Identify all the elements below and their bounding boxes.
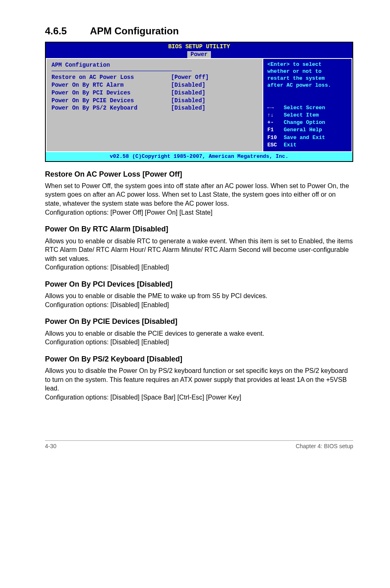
bios-nav-row: ←→Select Screen: [267, 104, 347, 112]
subsection-heading: Power On By PS/2 Keyboard [Disabled]: [45, 354, 353, 364]
bios-row-value: [Disabled]: [171, 81, 258, 89]
bios-header: BIOS SETUP UTILITY Power: [46, 43, 352, 58]
nav-key: ↑↓: [267, 112, 284, 119]
page-footer: 4-30 Chapter 4: BIOS setup: [45, 440, 353, 450]
page-number: 4-30: [45, 442, 56, 450]
subsection-body: Allows you to disable the Power On by PS…: [45, 366, 353, 402]
bios-row-value: [Disabled]: [171, 104, 258, 112]
bios-row-label: Power On By PS/2 Keyboard: [52, 104, 171, 112]
section-number: 4.6.5: [45, 25, 90, 38]
section-name: APM Configuration: [90, 25, 179, 36]
bios-row: Power On By RTC Alarm[Disabled]: [52, 81, 258, 89]
nav-desc: Select Screen: [284, 104, 347, 112]
bios-row-label: Restore on AC Power Loss: [52, 74, 171, 81]
bios-row-label: Power On By RTC Alarm: [52, 81, 171, 89]
nav-key: ESC: [267, 141, 284, 149]
bios-row-label: Power On By PCI Devices: [52, 89, 171, 97]
nav-key: F10: [267, 134, 284, 141]
nav-desc: Select Item: [284, 112, 347, 119]
bios-row-value: [Disabled]: [171, 89, 258, 97]
bios-row-value: [Power Off]: [171, 74, 258, 81]
nav-desc: General Help: [284, 126, 347, 134]
nav-key: ←→: [267, 104, 284, 112]
nav-desc: Exit: [284, 141, 347, 149]
subsection-body: Allows you to enable or disable the PME …: [45, 292, 353, 309]
nav-key: +-: [267, 119, 284, 126]
bios-nav-block: ←→Select Screen ↑↓Select Item +-Change O…: [267, 104, 347, 149]
bios-nav-row: ESCExit: [267, 141, 347, 149]
bios-row: Restore on AC Power Loss[Power Off]: [52, 74, 258, 81]
bios-row: Power On By PCI Devices[Disabled]: [52, 89, 258, 97]
bios-row-value: [Disabled]: [171, 97, 258, 105]
bios-screenshot: BIOS SETUP UTILITY Power APM Configurati…: [45, 42, 353, 162]
bios-right-panel: <Enter> to select whether or not to rest…: [262, 58, 352, 152]
subsection-body: Allows you to enable or disable RTC to g…: [45, 237, 353, 272]
bios-row: Power On By PCIE Devices[Disabled]: [52, 97, 258, 105]
bios-tab: Power: [187, 51, 211, 58]
bios-left-panel: APM Configuration Restore on AC Power Lo…: [46, 58, 262, 152]
bios-row-label: Power On By PCIE Devices: [52, 97, 171, 105]
section-title: 4.6.5APM Configuration: [45, 25, 353, 38]
subsection-heading: Restore On AC Power Loss [Power Off]: [45, 169, 353, 179]
bios-nav-row: +-Change Option: [267, 119, 347, 126]
bios-divider: [52, 71, 192, 71]
nav-desc: Save and Exit: [284, 134, 347, 141]
bios-nav-row: ↑↓Select Item: [267, 112, 347, 119]
subsection-body: When set to Power Off, the system goes i…: [45, 182, 353, 217]
nav-desc: Change Option: [284, 119, 347, 126]
subsection-body: Allows you to enable or disable the PCIE…: [45, 329, 353, 347]
bios-header-text: BIOS SETUP UTILITY: [168, 43, 230, 50]
bios-nav-row: F1General Help: [267, 126, 347, 134]
subsection-heading: Power On By PCI Devices [Disabled]: [45, 279, 353, 289]
bios-nav-row: F10Save and Exit: [267, 134, 347, 141]
nav-key: F1: [267, 126, 284, 134]
subsection-heading: Power On By RTC Alarm [Disabled]: [45, 224, 353, 234]
bios-panel-title: APM Configuration: [52, 61, 258, 69]
subsection-heading: Power On By PCIE Devices [Disabled]: [45, 316, 353, 326]
bios-footer: v02.58 (C)Copyright 1985-2007, American …: [46, 152, 352, 161]
chapter-title: Chapter 4: BIOS setup: [296, 442, 353, 450]
bios-row: Power On By PS/2 Keyboard[Disabled]: [52, 104, 258, 112]
bios-right-help: <Enter> to select whether or not to rest…: [267, 61, 347, 89]
